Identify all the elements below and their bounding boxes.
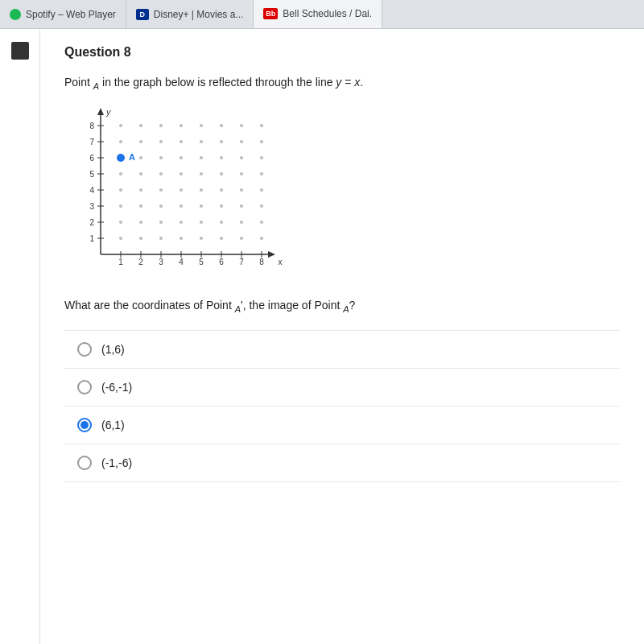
- radio-option-1[interactable]: [77, 342, 92, 357]
- svg-text:8: 8: [259, 258, 264, 266]
- svg-point-58: [159, 237, 163, 240]
- svg-point-4: [200, 124, 203, 127]
- svg-point-56: [119, 237, 122, 240]
- svg-point-46: [240, 204, 243, 208]
- svg-point-12: [200, 140, 203, 143]
- svg-point-53: [220, 221, 223, 224]
- svg-point-14: [240, 140, 243, 143]
- svg-point-18: [159, 156, 163, 159]
- answer-options: (1,6) (-6,-1) (6,1) (-1,-6): [64, 330, 620, 482]
- svg-point-0: [119, 124, 122, 127]
- svg-point-31: [260, 172, 263, 175]
- svg-point-32: [119, 188, 122, 192]
- option-3-text: (6,1): [101, 419, 125, 431]
- svg-point-47: [260, 204, 263, 208]
- svg-point-3: [180, 124, 183, 127]
- svg-point-11: [180, 140, 183, 143]
- svg-point-37: [220, 188, 223, 192]
- svg-point-43: [180, 204, 183, 208]
- svg-point-39: [260, 188, 263, 192]
- svg-text:3: 3: [159, 258, 163, 266]
- svg-point-7: [260, 124, 263, 127]
- coordinate-graph: 1 2 3 4 5 6 7 8 1 2 3 4 5 6 7: [72, 105, 298, 283]
- svg-point-29: [220, 172, 223, 175]
- radio-option-2[interactable]: [77, 380, 92, 394]
- svg-text:2: 2: [138, 258, 143, 266]
- svg-point-50: [159, 221, 163, 224]
- option-2-text: (-6,-1): [101, 381, 132, 394]
- svg-point-8: [119, 140, 122, 143]
- svg-point-21: [220, 156, 223, 159]
- svg-point-24: [119, 172, 122, 175]
- svg-point-44: [200, 204, 203, 208]
- answer-option-4[interactable]: (-1,-6): [64, 444, 620, 482]
- svg-text:1: 1: [89, 234, 94, 243]
- svg-text:A: A: [129, 152, 135, 162]
- svg-point-5: [220, 124, 223, 127]
- svg-point-49: [139, 221, 142, 224]
- svg-point-26: [159, 172, 163, 175]
- svg-text:4: 4: [89, 186, 94, 195]
- svg-marker-66: [97, 108, 104, 115]
- option-1-text: (1,6): [101, 343, 125, 356]
- svg-point-48: [119, 221, 122, 224]
- svg-text:5: 5: [89, 170, 94, 179]
- svg-point-19: [180, 156, 183, 159]
- answer-option-2[interactable]: (-6,-1): [64, 368, 620, 406]
- svg-text:6: 6: [219, 258, 224, 266]
- tab-disney-label: Disney+ | Movies a...: [154, 9, 244, 20]
- svg-point-27: [180, 172, 183, 175]
- svg-point-41: [139, 204, 142, 208]
- svg-text:8: 8: [89, 122, 94, 130]
- svg-point-59: [180, 237, 183, 240]
- svg-point-45: [220, 204, 223, 208]
- point-a: [117, 154, 125, 162]
- svg-point-55: [260, 221, 263, 224]
- tab-bell-label: Bell Schedules / Dai.: [283, 8, 372, 19]
- svg-text:4: 4: [179, 258, 184, 266]
- radio-option-4[interactable]: [77, 456, 92, 470]
- svg-point-51: [180, 221, 183, 224]
- tab-disney[interactable]: D Disney+ | Movies a...: [126, 0, 254, 28]
- question-title: Question 8: [64, 45, 620, 60]
- svg-point-57: [139, 237, 142, 240]
- tab-bar: Spotify – Web Player D Disney+ | Movies …: [0, 0, 644, 29]
- svg-point-17: [139, 156, 142, 159]
- svg-text:x: x: [279, 258, 283, 266]
- main-area: Question 8 Point A in the graph below is…: [0, 29, 644, 644]
- svg-text:y: y: [105, 107, 112, 117]
- stop-icon: [11, 42, 29, 60]
- answer-option-3[interactable]: (6,1): [64, 406, 620, 444]
- svg-text:7: 7: [89, 138, 94, 147]
- svg-point-62: [240, 237, 243, 240]
- svg-point-34: [159, 188, 163, 192]
- bb-icon: Bb: [263, 8, 278, 19]
- svg-marker-67: [268, 251, 275, 258]
- tab-spotify-label: Spotify – Web Player: [26, 9, 116, 20]
- radio-inner-3: [80, 421, 89, 429]
- radio-option-3[interactable]: [77, 418, 92, 432]
- svg-point-33: [139, 188, 142, 192]
- answer-option-1[interactable]: (1,6): [64, 330, 620, 368]
- svg-point-40: [119, 204, 122, 208]
- disney-icon: D: [136, 9, 149, 20]
- sub-question: What are the coordinates of Point A', th…: [64, 299, 620, 314]
- svg-point-28: [200, 172, 203, 175]
- tab-spotify[interactable]: Spotify – Web Player: [0, 0, 126, 28]
- question-prompt: Point A in the graph below is reflected …: [64, 74, 620, 93]
- svg-point-60: [200, 237, 203, 240]
- svg-point-63: [260, 237, 263, 240]
- svg-point-22: [240, 156, 243, 159]
- svg-point-38: [240, 188, 243, 192]
- svg-text:7: 7: [239, 258, 244, 266]
- svg-point-1: [139, 124, 142, 127]
- svg-point-23: [260, 156, 263, 159]
- graph-container: 1 2 3 4 5 6 7 8 1 2 3 4 5 6 7: [72, 105, 298, 283]
- svg-text:5: 5: [199, 258, 204, 266]
- svg-point-10: [159, 140, 163, 143]
- svg-point-20: [200, 156, 203, 159]
- svg-point-15: [260, 140, 263, 143]
- svg-point-54: [240, 221, 243, 224]
- tab-bell[interactable]: Bb Bell Schedules / Dai.: [254, 0, 382, 28]
- svg-point-42: [159, 204, 163, 208]
